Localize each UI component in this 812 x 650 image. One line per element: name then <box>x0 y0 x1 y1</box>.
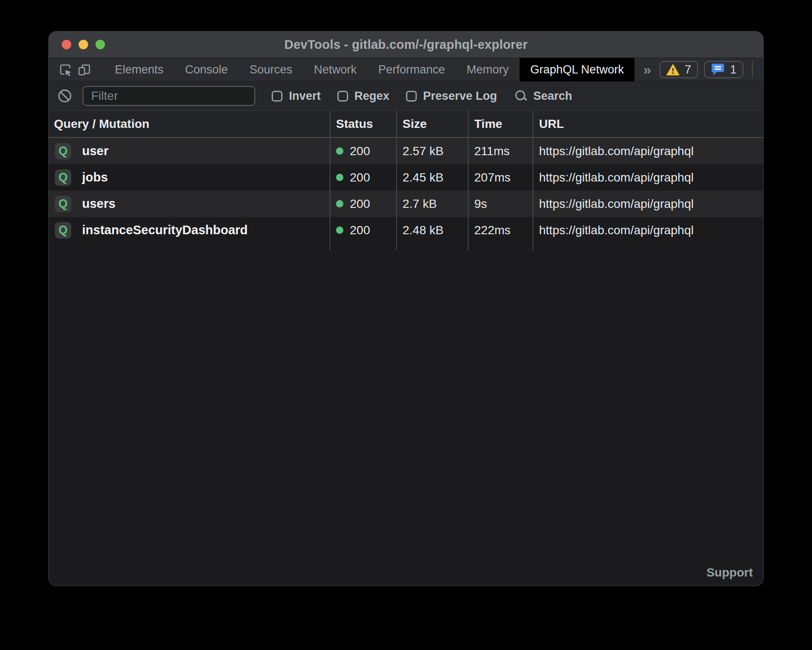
status-value: 200 <box>350 171 370 185</box>
requests-table: Query / Mutation Status Size Time URL Qu… <box>49 111 763 586</box>
tab-graphql-network[interactable]: GraphQL Network <box>520 58 635 81</box>
search-icon <box>514 89 527 102</box>
column-header-time[interactable]: Time <box>468 117 533 131</box>
tab-sources[interactable]: Sources <box>239 58 303 81</box>
toolbar-icons <box>49 58 94 81</box>
filter-toolbar: Invert Regex Preserve Log Search <box>49 82 763 111</box>
query-name: instanceSecurityDashboard <box>82 223 248 237</box>
status-dot <box>336 226 343 234</box>
clear-filter-icon[interactable] <box>58 89 71 102</box>
table-row[interactable]: QinstanceSecurityDashboard 200 2.48 kB 2… <box>49 217 763 243</box>
chevron-double-right-icon: » <box>643 62 651 78</box>
status-dot <box>336 174 343 181</box>
preserve-log-checkbox-group[interactable]: Preserve Log <box>406 89 497 103</box>
panel-tabs: Elements Console Sources Network Perform… <box>104 58 660 81</box>
size-value: 2.7 kB <box>396 197 468 211</box>
size-value: 2.45 kB <box>396 171 468 185</box>
query-name: jobs <box>82 170 108 185</box>
preserve-log-checkbox[interactable] <box>406 91 417 102</box>
time-value: 211ms <box>468 144 533 158</box>
search-toggle[interactable]: Search <box>514 89 572 103</box>
table-row[interactable]: Quser 200 2.57 kB 211ms https://gitlab.c… <box>49 138 763 164</box>
url-value: https://gitlab.com/api/graphql <box>533 197 763 211</box>
controls-separator <box>752 61 753 78</box>
table-header-row: Query / Mutation Status Size Time URL <box>49 111 763 138</box>
message-icon <box>711 63 725 76</box>
time-value: 9s <box>468 197 533 211</box>
gear-icon[interactable] <box>761 60 764 79</box>
titlebar: DevTools - gitlab.com/-/graphql-explorer <box>49 32 763 58</box>
column-header-url[interactable]: URL <box>533 117 763 131</box>
tab-memory[interactable]: Memory <box>456 58 520 81</box>
issues-badge[interactable]: 1 <box>704 61 743 78</box>
inspect-element-icon[interactable] <box>56 60 75 79</box>
time-value: 222ms <box>468 223 533 237</box>
status-value: 200 <box>350 197 370 211</box>
devtools-tabbar: Elements Console Sources Network Perform… <box>49 58 763 82</box>
url-value: https://gitlab.com/api/graphql <box>533 144 763 158</box>
query-badge: Q <box>55 169 71 186</box>
window-title: DevTools - gitlab.com/-/graphql-explorer <box>284 38 527 52</box>
column-header-status[interactable]: Status <box>330 117 396 131</box>
warning-icon <box>666 64 679 76</box>
device-toolbar-icon[interactable] <box>75 60 94 79</box>
devtools-window: DevTools - gitlab.com/-/graphql-explorer <box>48 31 764 586</box>
minimize-window-button[interactable] <box>79 40 88 49</box>
size-value: 2.48 kB <box>396 223 468 237</box>
tab-performance[interactable]: Performance <box>368 58 456 81</box>
warnings-badge[interactable]: 7 <box>660 61 698 78</box>
column-header-query-mutation[interactable]: Query / Mutation <box>49 117 330 131</box>
regex-checkbox[interactable] <box>337 91 348 102</box>
warnings-count: 7 <box>685 63 691 76</box>
tabbar-right-controls: 7 1 <box>660 58 764 81</box>
time-value: 207ms <box>468 171 533 185</box>
tab-network[interactable]: Network <box>303 58 368 81</box>
status-value: 200 <box>350 144 370 158</box>
column-header-size[interactable]: Size <box>396 117 468 131</box>
table-row[interactable]: Qusers 200 2.7 kB 9s https://gitlab.com/… <box>49 191 763 217</box>
support-link[interactable]: Support <box>707 566 753 580</box>
close-window-button[interactable] <box>62 40 71 49</box>
maximize-window-button[interactable] <box>95 40 105 49</box>
invert-checkbox[interactable] <box>272 91 282 102</box>
query-name: users <box>82 197 115 211</box>
traffic-lights <box>62 32 105 57</box>
screen-background: DevTools - gitlab.com/-/graphql-explorer <box>0 0 812 650</box>
query-badge: Q <box>55 143 71 159</box>
filter-input[interactable] <box>82 86 255 106</box>
url-value: https://gitlab.com/api/graphql <box>533 171 763 185</box>
regex-checkbox-group[interactable]: Regex <box>337 89 390 103</box>
query-badge: Q <box>55 196 71 212</box>
status-dot <box>336 200 343 207</box>
table-row[interactable]: Qjobs 200 2.45 kB 207ms https://gitlab.c… <box>49 164 763 191</box>
url-value: https://gitlab.com/api/graphql <box>533 223 763 237</box>
invert-checkbox-group[interactable]: Invert <box>272 89 321 103</box>
more-tabs-button[interactable]: » <box>634 58 660 81</box>
tab-elements[interactable]: Elements <box>104 58 174 81</box>
query-badge: Q <box>55 222 71 239</box>
status-value: 200 <box>350 223 370 237</box>
tab-console[interactable]: Console <box>174 58 239 81</box>
status-dot <box>336 147 343 155</box>
issues-count: 1 <box>730 63 736 76</box>
size-value: 2.57 kB <box>396 144 468 158</box>
query-name: user <box>82 144 108 158</box>
